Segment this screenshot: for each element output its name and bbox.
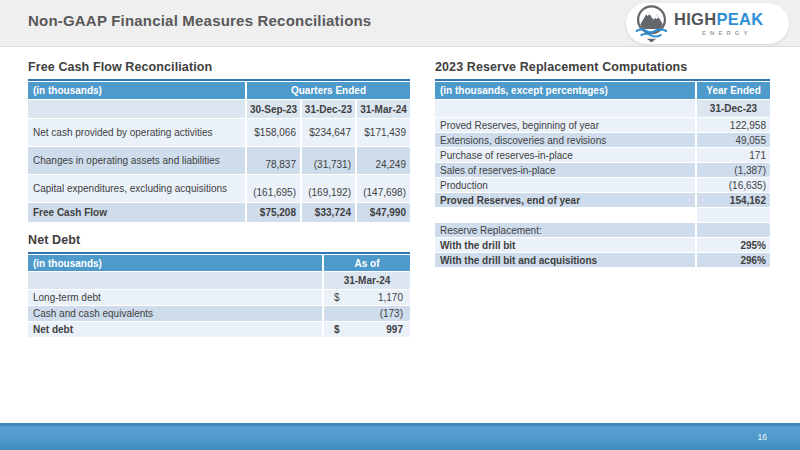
table-row: With the drill bit and acquisitions 296% — [435, 253, 770, 267]
table-row: Changes in operating assets and liabilit… — [28, 147, 410, 174]
slide: Non-GAAP Financial Measures Reconciliati… — [0, 0, 800, 450]
table-row: Reserve Replacement: — [435, 223, 770, 237]
cell-value: 296% — [697, 253, 770, 267]
row-label: Proved Reserves, beginning of year — [435, 118, 695, 132]
table-header-row: (in thousands, except percentages) Year … — [435, 82, 770, 99]
table-subheader-row: 30-Sep-23 31-Dec-23 31-Mar-24 — [28, 100, 410, 118]
right-column: 2023 Reserve Replacement Computations (i… — [435, 60, 770, 268]
row-label: Long-term debt — [28, 290, 322, 305]
header-label: (in thousands, except percentages) — [435, 82, 695, 99]
cell-value: $33,724 — [302, 203, 355, 222]
row-label: Free Cash Flow — [28, 203, 245, 222]
currency-symbol: $ — [334, 292, 340, 303]
row-label: Net cash provided by operating activitie… — [28, 119, 245, 146]
cell-value: $75,208 — [247, 203, 300, 222]
subheader-spacer — [435, 100, 695, 117]
table-subheader-row: 31-Dec-23 — [435, 100, 770, 117]
row-label: Purchase of reserves-in-place — [435, 148, 695, 162]
table-total-row: Free Cash Flow $75,208 $33,724 $47,990 — [28, 203, 410, 222]
cell-value — [697, 208, 770, 222]
cell-value: 78,837 — [247, 147, 300, 174]
net-debt-table: (in thousands) As of 31-Mar-24 Long-term… — [28, 252, 410, 337]
fcf-section-title: Free Cash Flow Reconciliation — [28, 60, 410, 74]
subheader-spacer — [28, 100, 245, 118]
amount: (173) — [380, 308, 403, 319]
cell-value: $47,990 — [357, 203, 410, 222]
amount: 1,170 — [378, 292, 403, 303]
cell-value: 154,162 — [697, 193, 770, 207]
table-row: Net cash provided by operating activitie… — [28, 119, 410, 146]
logo: HIGHPEAK ENERGY — [626, 3, 789, 44]
reserve-table: (in thousands, except percentages) Year … — [435, 79, 770, 267]
row-label: Production — [435, 178, 695, 192]
column-header: 31-Dec-23 — [302, 100, 355, 118]
row-label: Extensions, discoveries and revisions — [435, 133, 695, 147]
header-group: As of — [324, 255, 410, 271]
table-row: Long-term debt $1,170 — [28, 290, 410, 305]
cell-value: $234,647 — [302, 119, 355, 146]
row-label: With the drill bit — [435, 238, 695, 252]
row-label: Reserve Replacement: — [435, 223, 695, 237]
logo-name: HIGHPEAK — [674, 11, 764, 28]
page-title: Non-GAAP Financial Measures Reconciliati… — [28, 12, 371, 29]
cell-value: (161,695) — [247, 175, 300, 202]
header-group: Year Ended — [697, 82, 770, 99]
table-row: Production (16,635) — [435, 178, 770, 192]
header-group: Quarters Ended — [247, 82, 410, 99]
column-header: 30-Sep-23 — [247, 100, 300, 118]
table-subheader-row: 31-Mar-24 — [28, 272, 410, 289]
fcf-table: (in thousands) Quarters Ended 30-Sep-23 … — [28, 79, 410, 222]
cell-value: 49,055 — [697, 133, 770, 147]
cell-value: (173) — [324, 306, 410, 321]
cell-value: $1,170 — [324, 290, 410, 305]
net-debt-section-title: Net Debt — [28, 233, 410, 247]
table-row: Extensions, discoveries and revisions 49… — [435, 133, 770, 147]
column-header: 31-Mar-24 — [357, 100, 410, 118]
logo-subtitle: ENERGY — [674, 30, 764, 36]
table-row: Proved Reserves, beginning of year 122,9… — [435, 118, 770, 132]
header-label: (in thousands) — [28, 255, 322, 271]
cell-value: (31,731) — [302, 147, 355, 174]
footer-bar: 16 — [0, 423, 800, 450]
cell-value: 171 — [697, 148, 770, 162]
row-label: Proved Reserves, end of year — [435, 193, 695, 207]
table-total-row: Proved Reserves, end of year 154,162 — [435, 193, 770, 207]
table-row: Purchase of reserves-in-place 171 — [435, 148, 770, 162]
table-spacer-row — [435, 208, 770, 222]
cell-value: $171,439 — [357, 119, 410, 146]
reserve-section-title: 2023 Reserve Replacement Computations — [435, 60, 770, 74]
cell-value: $997 — [324, 322, 410, 337]
logo-text: HIGHPEAK ENERGY — [674, 11, 764, 37]
row-label: Cash and cash equivalents — [28, 306, 322, 321]
column-header: 31-Mar-24 — [324, 272, 410, 289]
row-label: With the drill bit and acquisitions — [435, 253, 695, 267]
cell-value: 24,249 — [357, 147, 410, 174]
mountain-icon — [633, 3, 670, 44]
table-header-row: (in thousands) As of — [28, 255, 410, 271]
subheader-spacer — [28, 272, 322, 289]
cell-value: (16,635) — [697, 178, 770, 192]
column-header: 31-Dec-23 — [697, 100, 770, 117]
cell-value — [697, 223, 770, 237]
row-label: Capital expenditures, excluding acquisit… — [28, 175, 245, 202]
row-label: Changes in operating assets and liabilit… — [28, 147, 245, 174]
cell-value: 295% — [697, 238, 770, 252]
left-column: Free Cash Flow Reconciliation (in thousa… — [28, 60, 410, 338]
cell-value: (1,387) — [697, 163, 770, 177]
table-row: Capital expenditures, excluding acquisit… — [28, 175, 410, 202]
header-band: Non-GAAP Financial Measures Reconciliati… — [0, 0, 800, 47]
row-label: Sales of reserves-in-place — [435, 163, 695, 177]
cell-value: (169,192) — [302, 175, 355, 202]
header-label: (in thousands) — [28, 82, 245, 99]
cell-value: $158,066 — [247, 119, 300, 146]
page-number: 16 — [758, 432, 767, 442]
table-row: Sales of reserves-in-place (1,387) — [435, 163, 770, 177]
cell-value: (147,698) — [357, 175, 410, 202]
table-row: Cash and cash equivalents (173) — [28, 306, 410, 321]
amount: 997 — [386, 324, 403, 335]
table-header-row: (in thousands) Quarters Ended — [28, 82, 410, 99]
row-label: Net debt — [28, 322, 322, 337]
table-row: With the drill bit 295% — [435, 238, 770, 252]
row-label — [435, 208, 695, 222]
currency-symbol: $ — [334, 324, 340, 335]
